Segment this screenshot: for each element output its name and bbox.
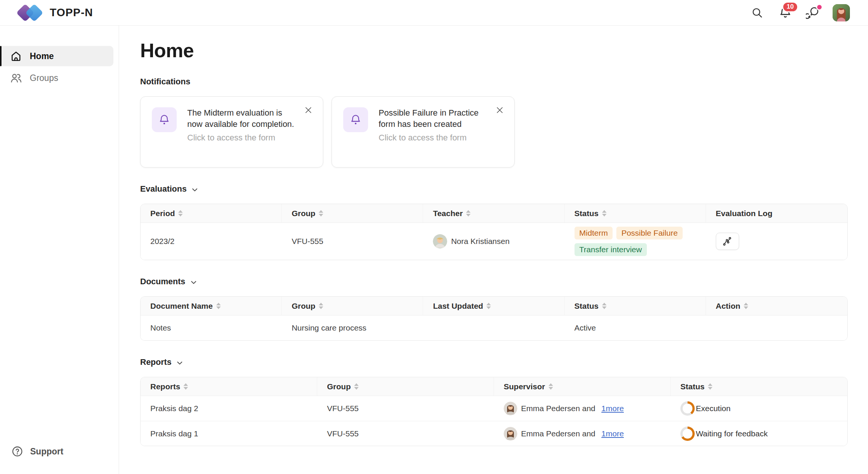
column-header-group[interactable]: Group <box>282 204 423 223</box>
column-header-action[interactable]: Action <box>706 302 847 311</box>
support-label: Support <box>30 447 63 457</box>
notifications-button[interactable]: 10 <box>777 5 793 21</box>
evaluation-log-icon <box>722 236 733 247</box>
sidebar-item-label: Home <box>30 51 54 61</box>
bell-icon <box>349 113 362 126</box>
avatar <box>504 427 517 440</box>
notification-cards: The Midterm evaluation is now available … <box>140 96 848 168</box>
more-supervisors-link[interactable]: 1more <box>601 429 624 438</box>
groups-icon <box>10 72 22 84</box>
home-icon <box>10 50 22 62</box>
document-name-cell: Notes <box>141 323 282 332</box>
supervisor-name: Emma Pedersen and <box>521 429 595 438</box>
user-avatar-image <box>833 4 850 21</box>
notification-text: Possible Failure in Practice form has be… <box>379 107 487 143</box>
supervisor-cell: Emma Pedersen and 1more <box>494 402 671 415</box>
period-cell: 2023/2 <box>141 237 282 246</box>
supervisor-name: Emma Pedersen and <box>521 404 595 413</box>
report-name-cell: Praksis dag 1 <box>141 429 317 438</box>
main-content: Home Notifications The Midterm evaluatio… <box>119 26 868 474</box>
close-icon <box>303 105 313 115</box>
sort-icon <box>708 383 712 390</box>
status-cell: Midterm Possible Failure Transfer interv… <box>565 223 706 260</box>
support-button[interactable]: Support <box>0 445 119 457</box>
status-badge: Possible Failure <box>616 227 682 239</box>
group-cell: VFU-555 <box>317 429 494 438</box>
documents-section-toggle[interactable]: Documents <box>140 277 848 287</box>
brand[interactable]: TOPP-N <box>19 4 93 22</box>
notification-subtitle: Click to access the form <box>187 133 296 143</box>
chevron-down-icon <box>190 279 197 286</box>
report-row: Praksis dag 1 VFU-555 Emma Pedersen and … <box>141 421 847 446</box>
notification-title: The Midterm evaluation is now available … <box>187 107 296 130</box>
teacher-name: Nora Kristiansen <box>451 237 509 246</box>
app-name: TOPP-N <box>50 6 93 19</box>
evaluation-row: 2023/2 VFU-555 Nora Kristiansen Midterm … <box>141 223 847 260</box>
notification-count-badge: 10 <box>782 2 798 12</box>
column-header-reports[interactable]: Reports <box>141 377 317 396</box>
evaluations-section-label: Evaluations <box>140 184 186 194</box>
status-badge: Transfer interview <box>575 243 647 256</box>
report-status-label: Execution <box>696 404 730 413</box>
column-header-document-name[interactable]: Document Name <box>141 297 282 315</box>
notification-text: The Midterm evaluation is now available … <box>187 107 296 143</box>
close-notification-button[interactable] <box>303 104 314 116</box>
column-header-group[interactable]: Group <box>317 377 494 396</box>
column-header-last-updated[interactable]: Last Updated <box>423 297 564 315</box>
sort-icon <box>602 210 607 216</box>
progress-ring <box>680 401 695 416</box>
reports-table-header: Reports Group Supervisor Status <box>141 377 847 396</box>
sort-icon <box>319 303 323 309</box>
page-title: Home <box>140 39 848 62</box>
search-icon <box>751 6 764 19</box>
close-notification-button[interactable] <box>494 104 505 116</box>
column-header-teacher[interactable]: Teacher <box>423 204 564 223</box>
sort-icon <box>319 210 323 216</box>
evaluation-log-button[interactable] <box>716 233 739 250</box>
status-cell: Execution <box>671 401 847 416</box>
column-header-status[interactable]: Status <box>671 382 847 391</box>
sidebar-item-home[interactable]: Home <box>0 46 113 66</box>
sort-icon <box>183 383 188 390</box>
sort-icon <box>549 383 553 390</box>
report-status-label: Waiting for feedback <box>696 429 768 438</box>
status-cell: Waiting for feedback <box>671 427 847 441</box>
reports-section-label: Reports <box>140 357 171 367</box>
notification-title: Possible Failure in Practice form has be… <box>379 107 487 130</box>
evaluations-table-header: Period Group Teacher Status Evaluation L… <box>141 204 847 223</box>
sort-icon <box>486 303 491 309</box>
app-logo-icon <box>19 4 44 22</box>
notification-card[interactable]: The Midterm evaluation is now available … <box>140 96 323 168</box>
evaluations-section-toggle[interactable]: Evaluations <box>140 184 848 194</box>
documents-table: Document Name Group Last Updated Status … <box>140 296 848 341</box>
column-header-supervisor[interactable]: Supervisor <box>494 377 671 396</box>
more-supervisors-link[interactable]: 1more <box>601 404 624 413</box>
column-header-period[interactable]: Period <box>141 204 282 223</box>
teacher-cell: Nora Kristiansen <box>423 234 564 248</box>
status-cell: Active <box>565 323 706 332</box>
report-row: Praksis dag 2 VFU-555 Emma Pedersen and … <box>141 396 847 421</box>
column-header-group[interactable]: Group <box>282 297 423 315</box>
avatar <box>504 402 517 415</box>
progress-ring <box>680 427 695 441</box>
documents-table-header: Document Name Group Last Updated Status … <box>141 297 847 315</box>
bell-tile <box>343 107 368 132</box>
document-row: Notes Nursing care process Active <box>141 315 847 340</box>
messages-button[interactable] <box>805 5 821 21</box>
reports-section-toggle[interactable]: Reports <box>140 357 848 367</box>
sidebar: Home Groups Support <box>0 26 119 474</box>
column-header-status[interactable]: Status <box>565 297 706 315</box>
evaluation-log-cell <box>706 233 847 250</box>
sidebar-item-label: Groups <box>30 73 58 83</box>
column-header-status[interactable]: Status <box>565 204 706 223</box>
sort-icon <box>466 210 471 216</box>
sidebar-item-groups[interactable]: Groups <box>0 68 113 88</box>
search-button[interactable] <box>749 5 766 21</box>
reports-table: Reports Group Supervisor Status Praksis … <box>140 377 848 446</box>
chevron-down-icon <box>176 359 183 367</box>
avatar <box>433 234 447 248</box>
sort-icon <box>178 210 183 216</box>
bell-icon <box>158 113 171 126</box>
notification-card[interactable]: Possible Failure in Practice form has be… <box>332 96 515 168</box>
user-avatar[interactable] <box>833 4 850 21</box>
